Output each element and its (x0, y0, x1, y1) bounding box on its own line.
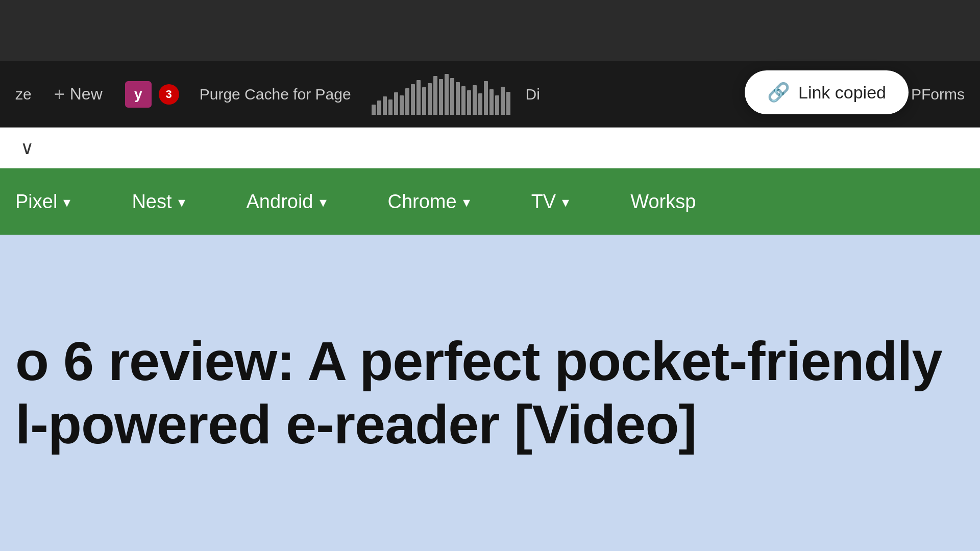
nav-item-chrome[interactable]: Chrome ▾ (357, 168, 501, 235)
bar-13 (439, 79, 443, 115)
link-copied-label: Link copied (798, 83, 886, 103)
wpforms-partial-label: PForms (906, 86, 970, 103)
nav-item-workspace[interactable]: Worksp (600, 168, 726, 235)
yoast-menu-item[interactable]: y 3 (115, 61, 189, 127)
admin-bar: ze + New y 3 Purge Cache for Page (0, 61, 980, 128)
bar-3 (383, 96, 387, 115)
nav-label-nest: Nest (132, 191, 172, 213)
android-chevron-icon: ▾ (320, 194, 327, 211)
bar-15 (450, 78, 454, 115)
tv-chevron-icon: ▾ (562, 194, 569, 211)
bar-2 (377, 101, 381, 115)
partial-left-label: ze (10, 86, 42, 103)
yoast-badge: 3 (159, 84, 179, 105)
di-partial-label: Di (521, 86, 545, 103)
chrome-chevron-icon: ▾ (463, 194, 470, 211)
bar-17 (461, 86, 465, 115)
nav-item-android[interactable]: Android ▾ (216, 168, 357, 235)
new-button[interactable]: + New (42, 61, 115, 127)
nav-label-workspace: Worksp (630, 191, 696, 213)
bar-10 (422, 87, 426, 115)
article-title-line2: l-powered e-reader [Video] (15, 393, 942, 456)
chevron-row: ∨ (0, 128, 980, 168)
bar-9 (416, 80, 421, 115)
bar-8 (411, 84, 415, 115)
bar-19 (473, 85, 477, 115)
nav-label-pixel: Pixel (15, 191, 57, 213)
green-nav-bar: Pixel ▾ Nest ▾ Android ▾ Chrome ▾ TV ▾ W… (0, 168, 980, 235)
bar-25 (506, 92, 510, 115)
bar-14 (445, 74, 449, 115)
bar-16 (456, 82, 460, 115)
bar-1 (372, 105, 376, 115)
bar-4 (388, 99, 393, 115)
plus-icon: + (54, 84, 65, 105)
yoast-icon: y (125, 81, 152, 108)
bar-5 (394, 92, 398, 115)
stats-chart (361, 74, 521, 115)
article-title-line1: o 6 review: A perfect pocket-friendly (15, 330, 942, 393)
bar-7 (405, 88, 409, 115)
bar-21 (484, 81, 488, 115)
new-label: New (70, 85, 103, 104)
bar-18 (467, 90, 471, 115)
bar-22 (489, 89, 494, 115)
article-title-area: o 6 review: A perfect pocket-friendly l-… (0, 235, 980, 551)
bar-6 (400, 95, 404, 115)
article-title: o 6 review: A perfect pocket-friendly l-… (15, 330, 942, 456)
bar-23 (495, 95, 499, 115)
link-copied-tooltip: 🔗 Link copied (745, 70, 909, 114)
nav-label-chrome: Chrome (388, 191, 457, 213)
nav-item-pixel[interactable]: Pixel ▾ (0, 168, 101, 235)
nav-label-tv: TV (531, 191, 556, 213)
top-bar (0, 0, 980, 61)
bar-11 (428, 83, 432, 115)
bar-24 (501, 87, 505, 115)
pixel-chevron-icon: ▾ (63, 194, 70, 211)
nest-chevron-icon: ▾ (178, 194, 185, 211)
bar-12 (433, 76, 437, 115)
chevron-down-icon[interactable]: ∨ (20, 137, 34, 159)
link-icon: 🔗 (767, 82, 790, 103)
nav-label-android: Android (247, 191, 313, 213)
nav-item-tv[interactable]: TV ▾ (501, 168, 600, 235)
purge-cache-label: Purge Cache for Page (200, 86, 351, 103)
bar-20 (478, 93, 482, 115)
purge-cache-button[interactable]: Purge Cache for Page (189, 61, 361, 127)
nav-item-nest[interactable]: Nest ▾ (101, 168, 215, 235)
